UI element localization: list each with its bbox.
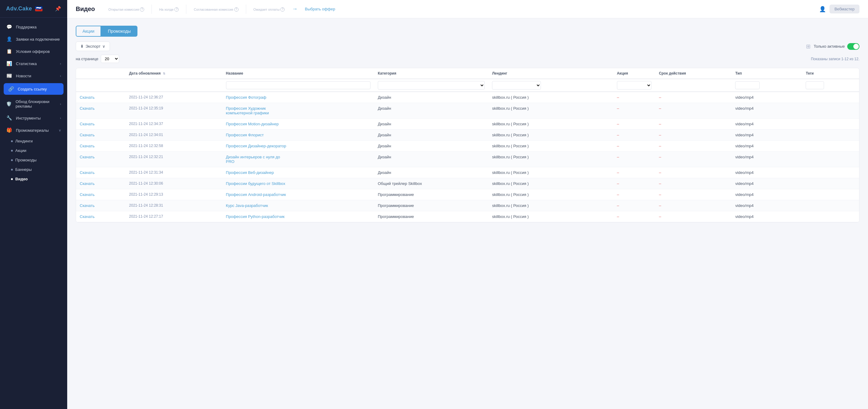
sidebar-item-create-link[interactable]: 🔗 Создать ссылку (4, 83, 64, 95)
per-page-select[interactable]: 20 50 100 (101, 55, 119, 63)
open-commission-help[interactable]: ? (140, 7, 144, 11)
sidebar-item-video[interactable]: Видео (0, 174, 67, 184)
sidebar-item-tools[interactable]: 🔧 Инструменты › (0, 112, 67, 124)
download-link[interactable]: Скачать (80, 170, 95, 175)
cell-date: 2021-11-24 12:29:13 (126, 189, 222, 200)
cell-landing: skillbox.ru ( Россия ) (488, 200, 613, 211)
filter-name[interactable] (222, 79, 374, 92)
item-name-link[interactable]: Дизайн интерьеров с нуля до PRO (226, 155, 287, 164)
pin-icon[interactable]: 📌 (55, 6, 61, 11)
dash-value: – (617, 214, 619, 219)
cell-name[interactable]: Профессия Motion-дизайнер (222, 119, 374, 129)
cell-name[interactable]: Профессии будущего от Skillbox (222, 178, 374, 189)
on-hold-help[interactable]: ? (175, 7, 179, 11)
th-action (76, 68, 126, 79)
sidebar-item-landings[interactable]: Лендинги (0, 136, 67, 146)
cell-name[interactable]: Курс Java-разработчик (222, 200, 374, 211)
sidebar-item-connect-requests[interactable]: 👤 Заявки на подключение (0, 33, 67, 45)
sidebar-item-news[interactable]: 📰 Новости › (0, 70, 67, 82)
filter-category[interactable] (374, 79, 488, 92)
item-name-link[interactable]: Профессия Android-разработчик (226, 192, 287, 197)
sidebar-item-ad-block[interactable]: 🛡️ Обход блокировки рекламы › (0, 96, 67, 112)
cell-aktsiya: – (613, 129, 655, 141)
sidebar-item-statistics[interactable]: 📊 Статистика › (0, 57, 67, 70)
download-link[interactable]: Скачать (80, 181, 95, 186)
item-name-link[interactable]: Профессия Веб-дизайнер (226, 170, 287, 175)
sidebar-item-support[interactable]: 💬 Поддержка (0, 21, 67, 33)
category-filter-select[interactable] (378, 81, 485, 90)
chevron-right-icon: › (60, 62, 61, 65)
webmaster-button[interactable]: Вебмастер (830, 5, 860, 13)
sidebar-item-label: Статистика (16, 61, 37, 66)
cell-date: 2021-11-24 12:30:06 (126, 178, 222, 189)
aktsiya-filter-select[interactable] (617, 81, 652, 90)
grid-view-icon[interactable]: ⊞ (806, 43, 811, 50)
cell-action[interactable]: Скачать (76, 129, 126, 141)
download-link[interactable]: Скачать (80, 192, 95, 197)
tags-filter-input[interactable] (806, 81, 824, 89)
download-link[interactable]: Скачать (80, 203, 95, 208)
chevron-right-icon: › (60, 102, 61, 106)
download-link[interactable]: Скачать (80, 133, 95, 137)
flag-icon: 🇷🇺 (35, 6, 42, 11)
table-row: Скачать 2021-11-24 12:34:01 Профессия Фл… (76, 129, 859, 141)
item-name-link[interactable]: Профессия Motion-дизайнер (226, 122, 287, 126)
cell-name[interactable]: Профессия Android-разработчик (222, 189, 374, 200)
download-link[interactable]: Скачать (80, 122, 95, 126)
cell-aktsiya: – (613, 92, 655, 103)
cell-action[interactable]: Скачать (76, 189, 126, 200)
item-name-link[interactable]: Курс Java-разработчик (226, 203, 287, 208)
cell-action[interactable]: Скачать (76, 141, 126, 152)
cell-action[interactable]: Скачать (76, 200, 126, 211)
cell-name[interactable]: Профессия Веб-дизайнер (222, 167, 374, 178)
export-button[interactable]: ⬇ Экспорт ∨ (76, 41, 110, 51)
only-active-toggle[interactable] (847, 43, 860, 50)
filter-type[interactable] (732, 79, 802, 92)
download-link[interactable]: Скачать (80, 155, 95, 159)
sidebar-item-label: Инструменты (16, 116, 41, 120)
sidebar-item-promo[interactable]: 🎁 Промоматериалы ∨ (0, 124, 67, 136)
tab-promo-codes[interactable]: Промокоды (101, 26, 137, 37)
cell-action[interactable]: Скачать (76, 103, 126, 119)
cell-action[interactable]: Скачать (76, 178, 126, 189)
cell-name[interactable]: Дизайн интерьеров с нуля до PRO (222, 152, 374, 167)
table-row: Скачать 2021-11-24 12:36:27 Профессия Фо… (76, 92, 859, 103)
sidebar-item-aktsii[interactable]: Акции (0, 146, 67, 155)
cell-action[interactable]: Скачать (76, 119, 126, 129)
cell-action[interactable]: Скачать (76, 152, 126, 167)
item-name-link[interactable]: Профессия Флорист (226, 133, 287, 137)
tab-aktsii[interactable]: Акции (76, 26, 101, 37)
cell-action[interactable]: Скачать (76, 167, 126, 178)
download-link[interactable]: Скачать (80, 106, 95, 111)
item-name-link[interactable]: Профессия Python-разработчик (226, 214, 287, 219)
download-link[interactable]: Скачать (80, 214, 95, 219)
filter-tags[interactable] (802, 79, 859, 92)
sidebar-item-offer-conditions[interactable]: 📋 Условия офферов (0, 45, 67, 57)
agreed-commission-help[interactable]: ? (234, 7, 239, 11)
download-link[interactable]: Скачать (80, 95, 95, 100)
item-name-link[interactable]: Профессия Фотограф (226, 95, 287, 100)
cell-name[interactable]: Профессия Флорист (222, 129, 374, 141)
item-name-link[interactable]: Профессии будущего от Skillbox (226, 181, 287, 186)
filter-landing[interactable] (488, 79, 613, 92)
landing-filter-select[interactable] (492, 81, 541, 90)
th-update-date[interactable]: Дата обновления ⇅ (126, 68, 222, 79)
select-offer-button[interactable]: Выбрать оффер (305, 7, 335, 11)
cell-action[interactable]: Скачать (76, 92, 126, 103)
name-filter-input[interactable] (226, 81, 370, 89)
awaiting-payment-help[interactable]: ? (280, 7, 285, 11)
sidebar-item-promo-codes[interactable]: Промокоды (0, 155, 67, 165)
item-name-link[interactable]: Профессия Дизайнер-декоратор (226, 144, 287, 148)
cell-name[interactable]: Профессия Python-разработчик (222, 211, 374, 222)
download-link[interactable]: Скачать (80, 144, 95, 148)
item-name-link[interactable]: Профессия Художник компьютерной графики (226, 106, 287, 115)
type-filter-input[interactable] (735, 81, 760, 89)
cell-name[interactable]: Профессия Художник компьютерной графики (222, 103, 374, 119)
filter-aktsiya[interactable] (613, 79, 655, 92)
sidebar-item-banners[interactable]: Баннеры (0, 165, 67, 174)
cell-action[interactable]: Скачать (76, 211, 126, 222)
cell-name[interactable]: Профессия Фотограф (222, 92, 374, 103)
sidebar: Adv.Cake 🇷🇺 📌 💬 Поддержка 👤 Заявки на по… (0, 0, 67, 409)
cell-name[interactable]: Профессия Дизайнер-декоратор (222, 141, 374, 152)
cell-aktsiya: – (613, 167, 655, 178)
